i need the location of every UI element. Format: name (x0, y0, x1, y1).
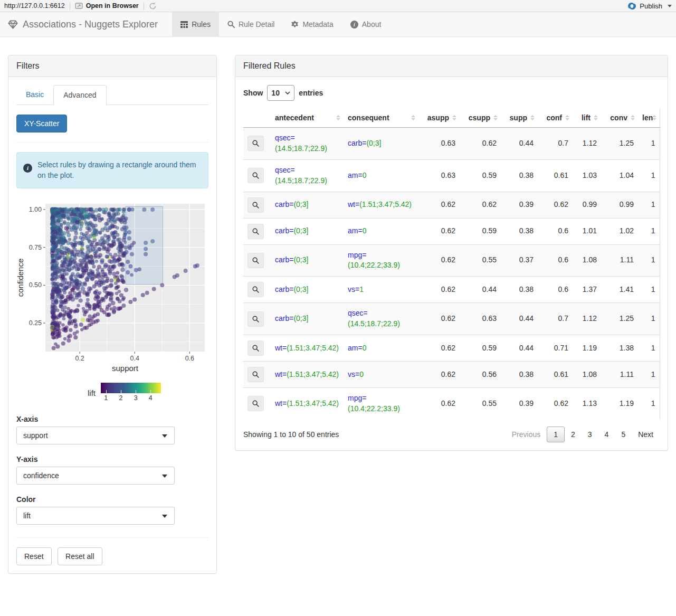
antecedent-cell: wt=(1.51;3.47;5.42) (271, 388, 344, 420)
tab-rule-detail[interactable]: Rule Detail (219, 12, 283, 36)
page-length-select[interactable]: 10 (267, 85, 294, 101)
pagination-page-2[interactable]: 2 (565, 427, 582, 442)
rule-detail-button[interactable] (247, 396, 264, 411)
len-cell: 1 (638, 159, 660, 192)
len-cell: 1 (638, 192, 660, 218)
conv-cell: 1.25 (601, 128, 638, 160)
sort-icon[interactable] (652, 115, 656, 120)
column-header-consequent[interactable]: consequent (344, 108, 418, 128)
asupp-cell: 0.62 (418, 362, 460, 388)
len-cell: 1 (638, 362, 660, 388)
csupp-cell: 0.62 (460, 128, 501, 160)
rule-detail-button[interactable] (247, 197, 264, 213)
column-header-lift[interactable]: lift (573, 108, 601, 128)
pagination-page-5[interactable]: 5 (615, 427, 632, 442)
open-in-browser-button[interactable]: Open in Browser (75, 2, 139, 10)
browser-toolbar: http://127.0.0.1:6612 Open in Browser Pu… (0, 0, 676, 12)
column-header-conf[interactable]: conf (538, 108, 573, 128)
column-header-csupp[interactable]: csupp (460, 108, 501, 128)
supp-cell: 0.44 (501, 303, 538, 335)
color-select[interactable]: lift (16, 507, 175, 525)
sort-icon[interactable] (565, 115, 569, 120)
conv-cell: 0.99 (601, 192, 638, 218)
sort-icon[interactable] (336, 115, 340, 120)
svg-text:0.2: 0.2 (75, 355, 84, 362)
gear-icon (291, 21, 299, 28)
rule-detail-button[interactable] (247, 282, 264, 297)
sort-icon[interactable] (493, 115, 498, 120)
chevron-down-icon (285, 91, 290, 94)
magnifier-icon (252, 286, 259, 293)
antecedent-cell: qsec=(14.5;18.7;22.9) (271, 159, 344, 192)
chevron-down-icon (162, 515, 167, 518)
divider (16, 537, 208, 538)
column-header-conv[interactable]: conv (601, 108, 638, 128)
pagination-page-4[interactable]: 4 (598, 427, 615, 442)
antecedent-cell: carb=(0;3] (271, 277, 344, 303)
rule-detail-button[interactable] (247, 224, 264, 239)
x-axis-select[interactable]: support (16, 427, 175, 444)
consequent-cell: wt=(1.51;3.47;5.42) (344, 192, 418, 218)
antecedent-cell: wt=(1.51;3.47;5.42) (271, 362, 344, 388)
scatter-plot-svg[interactable]: 0.20.40.60.250.500.751.00supportconfiden… (16, 200, 207, 374)
sort-icon[interactable] (411, 115, 415, 120)
conv-cell: 1.11 (601, 244, 638, 277)
rule-detail-button[interactable] (247, 253, 264, 268)
conf-cell: 0.61 (538, 159, 573, 192)
tab-advanced[interactable]: Advanced (53, 85, 106, 105)
lift-cell: 1.03 (573, 159, 601, 192)
tab-basic[interactable]: Basic (16, 85, 53, 105)
csupp-cell: 0.59 (460, 218, 501, 244)
magnifier-icon (252, 140, 259, 147)
publish-caret-icon[interactable] (668, 5, 672, 7)
antecedent-cell: carb=(0;3] (271, 303, 344, 335)
y-axis-select[interactable]: confidence (16, 467, 175, 485)
table-row: carb=(0;3] am=0 0.62 0.59 0.38 0.6 1.01 … (243, 218, 660, 244)
conf-cell: 0.6 (538, 277, 573, 303)
conf-cell: 0.61 (538, 362, 573, 388)
reset-button[interactable]: Reset (16, 547, 52, 565)
xy-scatter-button[interactable]: XY-Scatter (16, 115, 67, 132)
scatter-plot[interactable]: 0.20.40.60.250.500.751.00supportconfiden… (16, 200, 207, 376)
sort-icon[interactable] (530, 115, 535, 120)
pagination-previous[interactable]: Previous (506, 427, 547, 442)
color-label: Color (16, 495, 208, 504)
reset-all-button[interactable]: Reset all (58, 547, 102, 565)
lift-cell: 1.19 (573, 335, 601, 362)
column-header-supp[interactable]: supp (501, 108, 538, 128)
csupp-cell: 0.59 (460, 335, 501, 362)
sort-icon[interactable] (631, 115, 635, 120)
app-title: Associations - Nuggets Explorer (23, 19, 158, 30)
tab-about[interactable]: i About (342, 12, 390, 36)
sort-icon[interactable] (452, 115, 456, 120)
lift-cell: 1.12 (573, 303, 601, 335)
pagination-page-1[interactable]: 1 (547, 427, 565, 442)
antecedent-cell: carb=(0;3] (271, 244, 344, 277)
column-header-antecedent[interactable]: antecedent (271, 108, 344, 128)
pagination-page-3[interactable]: 3 (582, 427, 598, 442)
publish-button[interactable]: Publish (627, 2, 672, 10)
pagination-next[interactable]: Next (632, 427, 660, 442)
tab-rules[interactable]: Rules (172, 12, 219, 36)
tab-rule-detail-label: Rule Detail (239, 20, 274, 29)
column-header-asupp[interactable]: asupp (418, 108, 460, 128)
rule-detail-button[interactable] (247, 311, 264, 327)
column-header-len[interactable]: len (638, 108, 660, 128)
supp-cell: 0.39 (501, 192, 538, 218)
legend-tick (136, 390, 136, 393)
filters-panel: Filters Basic Advanced XY-Scatter i Sele… (8, 55, 217, 574)
rule-detail-button[interactable] (247, 367, 264, 382)
svg-text:0.6: 0.6 (185, 355, 194, 362)
rule-detail-button[interactable] (247, 136, 264, 151)
sort-icon[interactable] (594, 115, 598, 120)
consequent-cell: carb=(0;3] (344, 128, 418, 160)
conf-cell: 0.6 (538, 218, 573, 244)
refresh-icon[interactable] (149, 2, 157, 10)
publish-label: Publish (640, 2, 662, 10)
rule-detail-button[interactable] (247, 340, 264, 356)
csupp-cell: 0.63 (460, 303, 501, 335)
rule-detail-button[interactable] (247, 168, 264, 183)
csupp-cell: 0.44 (460, 277, 501, 303)
magnifier-icon (252, 371, 259, 378)
tab-metadata[interactable]: Metadata (283, 12, 341, 36)
